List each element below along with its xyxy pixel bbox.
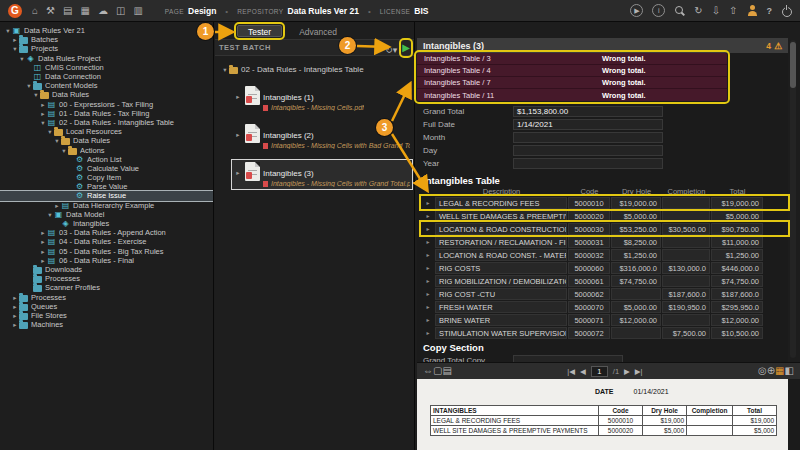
issue-row[interactable]: Intangibles Table / 7 Wrong total. <box>417 77 727 89</box>
page-number-input[interactable]: 1 <box>591 366 608 377</box>
table-row[interactable]: RIG COST -CTU 5000062 $187,600.0 $187,60… <box>421 287 788 300</box>
download-icon[interactable] <box>712 4 720 18</box>
table-row[interactable]: LOCATION & ROAD CONSTRUCTION 5000030 $53… <box>421 222 788 235</box>
first-page-icon[interactable]: |◀ <box>567 367 575 376</box>
tree-item[interactable]: Scanner Profiles <box>0 283 213 292</box>
dry-hole-cell[interactable]: $1,250.00 <box>611 249 661 261</box>
cloud-icon[interactable] <box>98 4 108 18</box>
row-expander-icon[interactable] <box>421 212 435 219</box>
tree-item[interactable]: Processes <box>0 292 213 301</box>
row-expander-icon[interactable] <box>421 303 435 310</box>
repository-value[interactable]: Data Rules Ver 21 <box>288 6 359 16</box>
day-field[interactable] <box>513 145 663 156</box>
tree-item[interactable]: Data Connection <box>0 72 213 81</box>
completion-cell[interactable] <box>662 210 710 222</box>
row-expander-icon[interactable] <box>421 199 435 206</box>
tree-item[interactable]: File Stores <box>0 311 213 320</box>
total-cell[interactable]: $74,750.00 <box>711 275 763 287</box>
expander-icon[interactable] <box>11 320 19 329</box>
refresh-icon[interactable] <box>385 43 393 57</box>
tree-item[interactable]: Machines <box>0 320 213 329</box>
extract-icon[interactable] <box>775 364 784 378</box>
description-cell[interactable]: LOCATION & ROAD CONSTRUCTION <box>435 223 567 235</box>
expander-icon[interactable] <box>11 311 19 320</box>
results-scrollbar[interactable] <box>790 40 796 358</box>
total-cell[interactable]: $295,950.0 <box>711 301 763 313</box>
code-cell[interactable]: 5000071 <box>568 314 610 326</box>
issue-row[interactable]: Intangibles Table / 11 Wrong total. <box>417 89 727 101</box>
description-cell[interactable]: WELL SITE DAMAGES & PREEMPTIVE PAYMENTS <box>435 210 567 222</box>
table-row[interactable]: LOCATION & ROAD CONST. - MATERIALS 50000… <box>421 248 788 261</box>
total-cell[interactable]: $90,750.00 <box>711 223 763 235</box>
dry-hole-cell[interactable]: $53,250.00 <box>611 223 661 235</box>
table-row[interactable]: RESTORATION / RECLAMATION - FINAL 500003… <box>421 235 788 248</box>
row-expander-icon[interactable] <box>421 264 435 271</box>
zoom-icon[interactable] <box>758 364 767 378</box>
batch-document[interactable]: ▸ Intangibles (3) Intangibles - Missing … <box>231 159 413 190</box>
tree-item[interactable]: CMIS Connection <box>0 63 213 72</box>
tree-item[interactable]: Actions <box>0 145 213 154</box>
description-cell[interactable]: LEGAL & RECORDING FEES <box>435 197 567 209</box>
scrollbar-thumb[interactable] <box>790 42 796 88</box>
tools-icon[interactable] <box>46 4 55 18</box>
month-field[interactable] <box>513 132 663 143</box>
expander-icon[interactable] <box>4 26 12 35</box>
tree-item[interactable]: 03 - Data Rules - Append Action <box>0 228 213 237</box>
expander-icon[interactable] <box>39 247 47 256</box>
expander-icon[interactable] <box>46 127 54 136</box>
description-cell[interactable]: FRESH WATER <box>435 301 567 313</box>
tree-item[interactable]: Data Rules <box>0 136 213 145</box>
tree-item[interactable]: 04 - Data Rules - Exercise <box>0 237 213 246</box>
issue-row[interactable]: Intangibles Table / 4 Wrong total. <box>417 65 727 77</box>
expander-icon[interactable] <box>39 256 47 265</box>
play-circle-icon[interactable] <box>630 4 643 17</box>
tree-item[interactable]: 02 - Data Rules - Intangibles Table <box>0 118 213 127</box>
row-expander-icon[interactable] <box>421 225 435 232</box>
table-row[interactable]: LEGAL & RECORDING FEES 5000010 $19,000.0… <box>421 196 788 209</box>
expander-icon[interactable] <box>11 35 19 44</box>
description-cell[interactable]: RESTORATION / RECLAMATION - FINAL <box>435 236 567 248</box>
tree-item[interactable]: Data Rules <box>0 90 213 99</box>
tab-tester[interactable]: Tester <box>237 25 282 37</box>
total-cell[interactable]: $12,000.00 <box>711 314 763 326</box>
tree-item[interactable]: 05 - Data Rules - Big Tax Rules <box>0 247 213 256</box>
table-row[interactable]: STIMULATION WATER SUPERVISION 5000072 $7… <box>421 326 788 339</box>
expander-icon[interactable] <box>11 44 19 53</box>
dry-hole-cell[interactable]: $5,000.00 <box>611 301 661 313</box>
completion-cell[interactable]: $30,500.00 <box>662 223 710 235</box>
code-cell[interactable]: 5000031 <box>568 236 610 248</box>
stats-icon[interactable] <box>133 4 142 18</box>
app-logo-icon[interactable]: G <box>8 4 22 18</box>
dry-hole-cell[interactable]: $12,000.00 <box>611 314 661 326</box>
total-cell[interactable]: $1,250.00 <box>711 249 763 261</box>
filter-icon[interactable] <box>393 43 398 57</box>
layout-icon[interactable] <box>785 364 794 378</box>
tree-item[interactable]: Batches <box>0 35 213 44</box>
tree-item[interactable]: Processes <box>0 274 213 283</box>
tree-item[interactable]: 06 - Data Rules - Final <box>0 256 213 265</box>
table-row[interactable]: FRESH WATER 5000070 $5,000.00 $190,950.0… <box>421 300 788 313</box>
row-expander-icon[interactable] <box>421 316 435 323</box>
tree-item[interactable]: Data Rules Ver 21 <box>0 26 213 35</box>
code-cell[interactable]: 5000030 <box>568 223 610 235</box>
total-cell[interactable]: $11,000.00 <box>711 236 763 248</box>
tree-item[interactable]: Calculate Value <box>0 164 213 173</box>
completion-cell[interactable]: $187,600.0 <box>662 288 710 300</box>
description-cell[interactable]: BRINE WATER <box>435 314 567 326</box>
code-cell[interactable]: 5000032 <box>568 249 610 261</box>
batches-icon[interactable] <box>63 4 72 18</box>
tree-item[interactable]: Projects <box>0 44 213 53</box>
code-cell[interactable]: 5000062 <box>568 288 610 300</box>
expander-icon[interactable] <box>18 54 26 63</box>
expander-icon[interactable] <box>39 109 47 118</box>
refresh-icon[interactable] <box>694 4 702 18</box>
issue-row[interactable]: Intangibles Table / 3 Wrong total. <box>417 53 727 65</box>
completion-cell[interactable] <box>662 236 710 248</box>
code-cell[interactable]: 5000072 <box>568 327 610 339</box>
select-icon[interactable] <box>433 364 442 378</box>
tree-item[interactable]: Content Models <box>0 81 213 90</box>
table-row[interactable]: BRINE WATER 5000071 $12,000.00 $12,000.0… <box>421 313 788 326</box>
expander-icon[interactable]: ▸ <box>234 92 242 101</box>
info-circle-icon[interactable] <box>652 4 665 17</box>
expander-icon[interactable] <box>32 90 40 99</box>
